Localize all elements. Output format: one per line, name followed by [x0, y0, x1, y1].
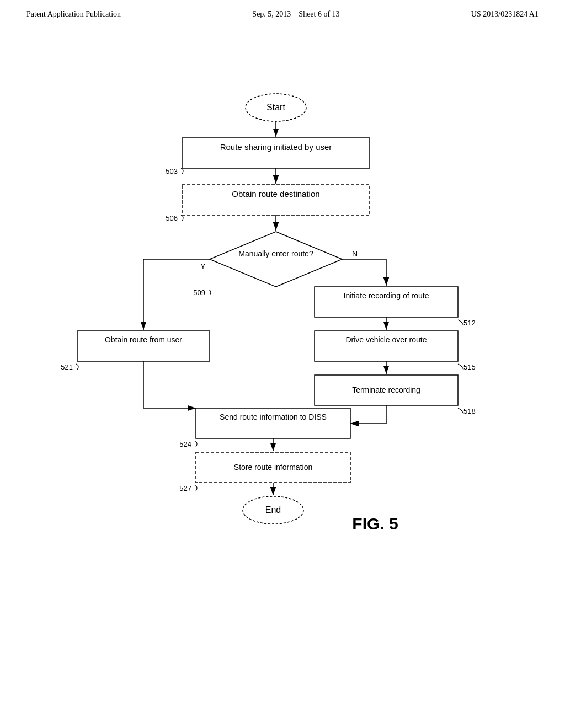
terminate-recording-label: Terminate recording: [352, 386, 420, 394]
label-518: 518: [463, 407, 476, 415]
label-527: 527: [179, 484, 191, 493]
manually-enter-label: Manually enter route?: [238, 249, 313, 258]
flowchart-diagram: Start Route sharing initiated by user 50…: [0, 77, 565, 684]
end-label: End: [265, 505, 281, 515]
start-label: Start: [266, 103, 285, 112]
label-515: 515: [463, 363, 476, 371]
header-center: Sep. 5, 2013 Sheet 6 of 13: [252, 10, 339, 19]
label-524: 524: [179, 440, 191, 448]
y-label: Y: [200, 262, 206, 271]
label-503: 503: [166, 167, 178, 175]
label-509: 509: [193, 288, 205, 297]
header-right: US 2013/0231824 A1: [471, 10, 539, 19]
initiate-recording-line1: Initiate recording of route: [344, 291, 429, 300]
n-label: N: [352, 249, 358, 258]
page-header: Patent Application Publication Sep. 5, 2…: [0, 0, 565, 19]
obtain-destination-label: Obtain route destination: [232, 189, 319, 199]
label-506: 506: [166, 214, 178, 222]
label-512: 512: [463, 319, 476, 327]
header-left: Patent Application Publication: [26, 10, 121, 19]
svg-marker-7: [210, 232, 342, 287]
send-route-line1: Send route information to DISS: [220, 413, 327, 421]
label-521: 521: [61, 363, 73, 371]
route-sharing-label: Route sharing initiated by user: [220, 142, 332, 152]
obtain-route-user-line1: Obtain route from user: [105, 335, 182, 344]
store-route-label: Store route information: [234, 463, 312, 472]
drive-vehicle-line1: Drive vehicle over route: [345, 335, 427, 344]
fig-label: FIG. 5: [352, 515, 398, 533]
